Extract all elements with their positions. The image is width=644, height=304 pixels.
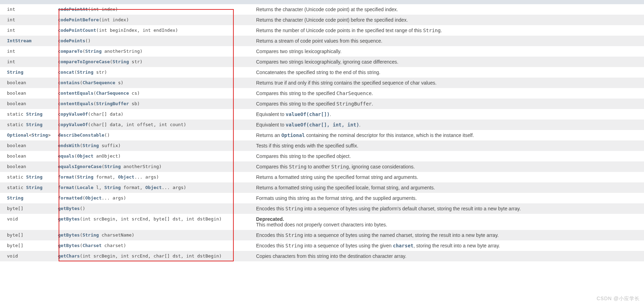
- code-text: String: [285, 243, 303, 248]
- method-signature-cell: getBytes(int srcBegin, int srcEnd, byte[…: [56, 214, 251, 230]
- type-link[interactable]: equals: [58, 153, 74, 159]
- text: Returns a formatted string using the spe…: [256, 185, 435, 190]
- method-signature-cell: equalsIgnoreCase(String anotherString): [56, 161, 251, 172]
- code-link[interactable]: Optional: [281, 132, 305, 138]
- text: static: [7, 122, 26, 127]
- type-link[interactable]: Charset: [82, 243, 102, 248]
- text: (): [85, 38, 91, 43]
- text: Compares two strings lexicographically.: [256, 49, 342, 54]
- type-link[interactable]: IntStream: [7, 38, 31, 43]
- type-link[interactable]: String: [7, 195, 23, 201]
- text: Returns a stream of code point values fr…: [256, 38, 382, 44]
- code-link[interactable]: valueOf(char[]): [286, 111, 330, 117]
- text: str): [93, 70, 107, 75]
- type-link[interactable]: codePointCount: [58, 28, 96, 33]
- code-link[interactable]: valueOf(char[], int, int): [286, 122, 359, 128]
- type-link[interactable]: getBytes: [58, 216, 80, 222]
- type-link[interactable]: String: [85, 49, 102, 54]
- description-cell: Formats using this string as the format …: [251, 193, 644, 203]
- return-type-cell: int: [0, 15, 56, 25]
- text: Equivalent to: [256, 111, 286, 117]
- type-link[interactable]: getBytes: [58, 206, 80, 211]
- description-cell: Equivalent to valueOf(char[]).: [251, 109, 644, 120]
- method-signature-cell: compareToIgnoreCase(String str): [56, 57, 251, 67]
- text: charset): [102, 243, 126, 248]
- type-link[interactable]: String: [113, 59, 129, 64]
- type-link[interactable]: Object: [85, 195, 102, 201]
- type-link[interactable]: String: [77, 174, 93, 180]
- type-link[interactable]: codePointBefore: [58, 17, 99, 22]
- type-link[interactable]: equalsIgnoreCase: [58, 164, 102, 169]
- type-link[interactable]: Object: [145, 185, 162, 190]
- type-link[interactable]: String: [77, 70, 93, 75]
- type-link[interactable]: CharSequence: [82, 80, 115, 85]
- text: byte[]: [7, 243, 23, 248]
- type-link[interactable]: String: [26, 122, 43, 127]
- type-link[interactable]: format: [58, 174, 74, 180]
- type-link[interactable]: String: [7, 70, 23, 75]
- type-link[interactable]: String: [26, 111, 43, 117]
- type-link[interactable]: Object: [77, 153, 93, 159]
- text: suffix): [99, 143, 121, 148]
- type-link[interactable]: describeConstable: [58, 132, 104, 138]
- type-link[interactable]: copyValueOf: [58, 122, 88, 127]
- method-signature-cell: format(Locale l, String format, Object..…: [56, 182, 251, 193]
- text: Concatenates the specified string to the…: [256, 70, 380, 75]
- type-link[interactable]: String: [104, 185, 121, 190]
- type-link[interactable]: String: [104, 164, 121, 169]
- description-cell: Returns a formatted string using the spe…: [251, 182, 644, 193]
- type-link[interactable]: String: [31, 132, 48, 138]
- type-link[interactable]: String: [26, 174, 43, 180]
- table-row: byte[]getBytes()Encodes this String into…: [0, 203, 644, 214]
- description-cell: Encodes this String into a sequence of b…: [251, 240, 644, 251]
- method-signature-cell: codePointAt(int index): [56, 4, 251, 15]
- return-type-cell: static String: [0, 109, 56, 120]
- type-link[interactable]: String: [82, 232, 99, 238]
- method-table-container: intcodePointAt(int index)Returns the cha…: [0, 4, 644, 261]
- text: .: [372, 101, 373, 107]
- text: (: [110, 59, 113, 64]
- method-signature-cell: codePointBefore(int index): [56, 15, 251, 25]
- type-link[interactable]: concat: [58, 70, 74, 75]
- type-link[interactable]: format: [58, 185, 74, 190]
- type-link[interactable]: String: [26, 185, 43, 190]
- type-link[interactable]: compareTo: [58, 49, 82, 54]
- type-link[interactable]: contains: [58, 80, 80, 85]
- description-cell: Returns the character (Unicode code poin…: [251, 15, 644, 25]
- code-link[interactable]: charset: [393, 243, 413, 248]
- type-link[interactable]: contentEquals: [58, 91, 93, 96]
- type-link[interactable]: String: [82, 143, 99, 148]
- table-row: intcodePointBefore(int index)Returns the…: [0, 15, 644, 25]
- text: anObject): [93, 153, 121, 159]
- text: .: [359, 122, 361, 128]
- description-cell: Compares two strings lexicographically.: [251, 46, 644, 57]
- type-link[interactable]: CharSequence: [96, 91, 129, 96]
- type-link[interactable]: StringBuffer: [96, 101, 129, 106]
- type-link[interactable]: getBytes: [58, 243, 80, 248]
- type-link[interactable]: Locale: [77, 185, 93, 190]
- type-link[interactable]: Object: [118, 174, 134, 180]
- text: (: [93, 91, 96, 96]
- text: boolean: [7, 143, 26, 148]
- description-cell: Tests if this string ends with the speci…: [251, 140, 644, 151]
- text: into a sequence of bytes using the given: [303, 243, 393, 248]
- type-link[interactable]: codePointAt: [58, 7, 88, 12]
- text: >: [48, 132, 51, 138]
- method-signature-cell: contains(CharSequence s): [56, 78, 251, 88]
- return-type-cell: int: [0, 46, 56, 57]
- description-cell: Encodes this String into a sequence of b…: [251, 203, 644, 214]
- type-link[interactable]: formatted: [58, 195, 82, 201]
- type-link[interactable]: getChars: [58, 253, 80, 259]
- type-link[interactable]: contentEquals: [58, 101, 93, 106]
- code-text: String: [285, 206, 303, 211]
- type-link[interactable]: Optional: [7, 132, 29, 138]
- method-signature-cell: getBytes(): [56, 203, 251, 214]
- type-link[interactable]: codePoints: [58, 38, 85, 43]
- type-link[interactable]: endsWith: [58, 143, 80, 148]
- type-link[interactable]: compareToIgnoreCase: [58, 59, 110, 64]
- text: (int srcBegin, int srcEnd, char[] dst, i…: [80, 253, 222, 259]
- type-link[interactable]: copyValueOf: [58, 111, 88, 117]
- return-type-cell: boolean: [0, 161, 56, 172]
- type-link[interactable]: getBytes: [58, 232, 80, 238]
- table-row: intcodePointAt(int index)Returns the cha…: [0, 4, 644, 15]
